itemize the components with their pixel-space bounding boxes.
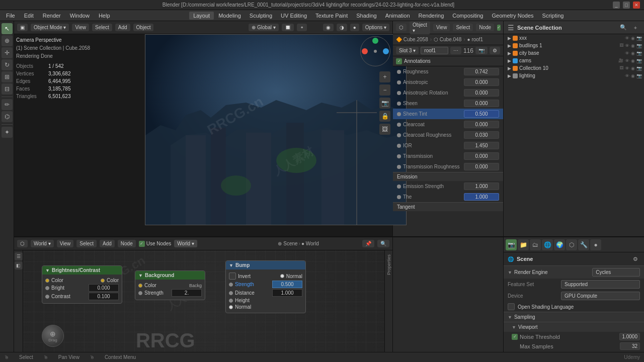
feature-set-dropdown[interactable]: Supported xyxy=(561,280,640,289)
sampling-section-header[interactable]: ▼ Sampling xyxy=(504,312,644,322)
proportional-edit[interactable]: ⚬ xyxy=(297,24,307,31)
render-budlings[interactable]: 📷 xyxy=(636,43,642,48)
workspace-tab-texture-paint[interactable]: Texture Paint xyxy=(311,12,352,20)
render-section-header[interactable]: ▼ Render Engine Cycles xyxy=(504,265,644,279)
color-input-socket[interactable] xyxy=(45,279,49,283)
color-output-socket[interactable] xyxy=(101,279,105,283)
mat-select-menu[interactable]: Select xyxy=(453,24,473,31)
bump-distance-value[interactable]: 1.000 xyxy=(272,289,302,297)
display-mode-button[interactable]: 🖼 xyxy=(379,124,390,135)
node-tool-2[interactable]: ◧ xyxy=(15,261,23,269)
open-shading-checkbox[interactable] xyxy=(508,303,515,310)
output-prop-icon[interactable]: 📁 xyxy=(518,239,529,250)
toggle-camera-button[interactable]: 📷 xyxy=(379,98,390,109)
mat-view-menu[interactable]: View xyxy=(433,24,450,31)
move-tool-button[interactable]: ✛ xyxy=(2,47,13,58)
material-name-field[interactable]: roof1 xyxy=(421,47,448,54)
node-view-menu[interactable]: View xyxy=(57,240,74,247)
workspace-tab-layout[interactable]: Layout xyxy=(189,12,214,20)
workspace-tab-shading[interactable]: Shading xyxy=(352,12,380,20)
render-xxx[interactable]: 📷 xyxy=(636,36,642,41)
node-editor-world-dropdown[interactable]: World ▾ xyxy=(31,240,54,247)
gizmo-x-axis[interactable] xyxy=(362,48,368,54)
collection-lighting[interactable]: ▶ lighting 👁 ◉ 📷 xyxy=(504,72,644,79)
bump-node[interactable]: ▼ Bump Invert Normal Stre xyxy=(225,260,306,313)
eye-citybase[interactable]: 👁 xyxy=(625,51,629,56)
cam-col10[interactable]: ◉ xyxy=(631,66,635,71)
clearcoat-roughness-value[interactable]: 0.030 xyxy=(464,131,499,139)
gizmo-z-axis[interactable] xyxy=(383,48,389,54)
menu-edit[interactable]: Edit xyxy=(20,12,38,20)
workspace-tab-sculpting[interactable]: Sculpting xyxy=(246,12,276,20)
cam-xxx[interactable]: ◉ xyxy=(631,36,635,41)
workspace-tab-geometry-nodes[interactable]: Geometry Nodes xyxy=(488,12,537,20)
invert-checkbox[interactable] xyxy=(229,273,236,280)
mat-use-nodes-checkbox[interactable]: ✓ xyxy=(497,25,501,31)
cursor-tool-button[interactable]: ⊕ xyxy=(2,35,13,46)
object-mode-dropdown[interactable]: Object Mode ▾ xyxy=(31,24,69,31)
navigation-gizmo[interactable] xyxy=(360,36,390,66)
material-prop-icon[interactable]: ● xyxy=(590,239,601,250)
collection-collection10[interactable]: ▶ Collection 10 🖼 👁 ◉ 📷 xyxy=(504,64,644,72)
brightness-contrast-node[interactable]: ▼ Brightness/Contrast Color Color xyxy=(42,265,122,304)
contrast-input-socket[interactable] xyxy=(45,295,49,299)
mat-node-menu[interactable]: Node xyxy=(476,24,494,31)
eye-budlings[interactable]: 👁 xyxy=(625,43,629,48)
material-editor-type[interactable]: ⬡ xyxy=(396,24,407,31)
cam-citybase[interactable]: ◉ xyxy=(631,51,635,56)
zoom-out-button[interactable]: − xyxy=(379,84,390,96)
transmission-value[interactable]: 0.000 xyxy=(464,152,499,160)
menu-file[interactable]: File xyxy=(2,12,19,20)
view-layer-prop-icon[interactable]: 🗂 xyxy=(530,239,541,250)
annotations-checkbox[interactable]: ✓ xyxy=(396,58,402,64)
render-cam-btn[interactable]: 📷 xyxy=(475,47,488,54)
ior-value[interactable]: 1.450 xyxy=(464,142,499,149)
workspace-tab-uv-editing[interactable]: UV Editing xyxy=(277,12,311,20)
device-dropdown[interactable]: GPU Compute xyxy=(561,292,640,300)
node-editor-pin[interactable]: 📌 xyxy=(362,240,374,247)
bright-value[interactable]: 0.000 xyxy=(89,284,119,292)
select-tool-button[interactable]: ↖ xyxy=(2,23,13,34)
collection-budlings[interactable]: ▶ budlings 1 🖼 👁 ◉ 📷 xyxy=(504,42,644,49)
distance-socket[interactable] xyxy=(229,291,233,295)
minimize-button[interactable]: _ xyxy=(613,2,620,9)
cam-cams[interactable]: ◉ xyxy=(631,58,635,63)
node-world-label[interactable]: World ▾ xyxy=(174,240,197,247)
scene-filter-icon[interactable]: ⚙ xyxy=(631,254,640,263)
max-samples-value[interactable]: 32 xyxy=(620,342,640,350)
render-mode-buttons[interactable]: ◉ xyxy=(323,24,334,31)
world-prop-icon[interactable]: 🌍 xyxy=(554,239,565,250)
viewport-subsection-header[interactable]: ▼ Viewport xyxy=(504,322,644,332)
node-zoom[interactable]: 🔍 xyxy=(377,240,389,247)
viewport-shading-rendered[interactable]: ● xyxy=(350,24,359,31)
workspace-tab-animation[interactable]: Animation xyxy=(381,12,414,20)
workspace-tab-compositing[interactable]: Compositing xyxy=(448,12,487,20)
anisotropic-rotation-value[interactable]: 0.000 xyxy=(464,89,499,97)
collection-cams[interactable]: ▶ cams 🎥 👁 ◉ 📷 xyxy=(504,57,644,64)
render-lighting[interactable]: 📷 xyxy=(636,73,642,78)
options-button[interactable]: Options ▾ xyxy=(362,24,389,31)
filter-icon[interactable]: 🔍 xyxy=(619,23,628,32)
bright-input-socket[interactable] xyxy=(45,286,49,290)
use-nodes-checkbox[interactable]: ✓ xyxy=(139,241,145,247)
background-node[interactable]: ▼ Background Color Backg Strength xyxy=(135,270,205,300)
render-engine-dropdown[interactable]: Cycles xyxy=(592,268,640,277)
workspace-tab-scripting[interactable]: Scripting xyxy=(538,12,568,20)
emission-strength-value[interactable]: 1.000 xyxy=(464,183,499,190)
measure-tool-button[interactable]: ⌬ xyxy=(2,111,13,122)
render-col10[interactable]: 📷 xyxy=(636,66,642,71)
cam-budlings[interactable]: ◉ xyxy=(631,43,635,48)
noise-threshold-value[interactable]: 1.0000 xyxy=(619,333,640,340)
material-object-dropdown[interactable]: Object ▾ xyxy=(410,21,430,34)
workspace-tab-rendering[interactable]: Rendering xyxy=(415,12,448,20)
collection-xxx[interactable]: ▶ xxx 👁 ◉ 📷 xyxy=(504,34,644,42)
eye-col10[interactable]: 👁 xyxy=(625,66,629,71)
strength-socket[interactable] xyxy=(229,283,233,287)
sheen-tint-value[interactable]: 0.500 xyxy=(464,110,499,118)
viewport-shading-solid[interactable]: ◑ xyxy=(337,24,347,31)
emission-color-value[interactable]: 1.000 xyxy=(464,193,499,201)
node-canvas[interactable]: RRCG.cn 人人素材 ▼ Brightness/Contrast Color xyxy=(14,250,392,362)
add-menu[interactable]: Add xyxy=(115,24,130,31)
object-menu[interactable]: Object xyxy=(133,24,154,31)
collection-citybase[interactable]: ▶ city base 👁 ◉ 📷 xyxy=(504,49,644,57)
